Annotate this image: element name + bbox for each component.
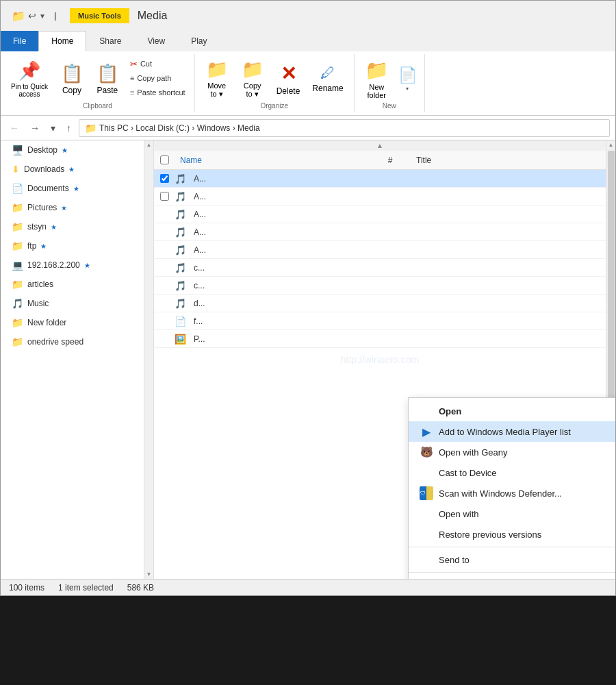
sidebar: 🖥️ Desktop ★ ⬇ Downloads ★ 📄 Documents ★… bbox=[1, 140, 144, 579]
new-folder-button[interactable]: 📁 Newfolder bbox=[360, 57, 394, 101]
paste-shortcut-label: Paste shortcut bbox=[137, 88, 185, 97]
file-name: f... bbox=[191, 316, 606, 326]
undo-icon[interactable]: ↩ bbox=[28, 10, 36, 21]
ctx-open-geany[interactable]: 🐻 Open with Geany bbox=[409, 442, 615, 462]
file-row[interactable]: 🎵 A... bbox=[154, 241, 606, 259]
file-name: A... bbox=[191, 192, 606, 201]
sidebar-item-articles[interactable]: 📁 articles bbox=[1, 275, 144, 294]
ctx-restore-label: Restore previous versions bbox=[439, 530, 615, 540]
ribbon-group-clipboard: 📌 Pin to Quickaccess 📋 Copy 📋 Paste ✂ bbox=[1, 54, 195, 112]
delete-button[interactable]: ✕ Delete bbox=[272, 57, 305, 101]
cut-button[interactable]: ✂ Cut bbox=[127, 57, 189, 71]
downloads-label: Downloads bbox=[24, 164, 64, 174]
rename-button[interactable]: 🖊 Rename bbox=[307, 57, 348, 101]
file-row[interactable]: 🎵 c... bbox=[154, 259, 606, 277]
ctx-add-wmp[interactable]: ▶ Add to Windows Media Player list ↖ bbox=[409, 421, 615, 442]
sidebar-item-documents[interactable]: 📄 Documents ★ bbox=[1, 179, 144, 198]
paste-button[interactable]: 📋 Paste bbox=[91, 57, 124, 101]
pin-to-quick-access-button[interactable]: 📌 Pin to Quickaccess bbox=[6, 57, 53, 101]
paste-shortcut-button[interactable]: ≡ Paste shortcut bbox=[127, 86, 189, 99]
sidebar-item-new-folder[interactable]: 📁 New folder bbox=[1, 313, 144, 332]
file-row[interactable]: 🖼️ P... bbox=[154, 330, 606, 348]
move-to-label: Moveto ▾ bbox=[207, 82, 226, 99]
clipboard-label: Clipboard bbox=[6, 101, 189, 110]
folder-icon: 📁 bbox=[12, 10, 25, 23]
desktop-icon: 🖥️ bbox=[12, 145, 23, 155]
ctx-wmp-icon: ▶ bbox=[420, 425, 433, 438]
select-all-checkbox[interactable] bbox=[154, 155, 175, 164]
pin-icon: 📌 bbox=[18, 60, 40, 82]
onedrive-label: onedrive speed bbox=[27, 337, 84, 347]
sidebar-item-downloads[interactable]: ⬇ Downloads ★ bbox=[1, 160, 144, 179]
ctx-open-with[interactable]: Open with › bbox=[409, 503, 615, 524]
file-row[interactable]: 📄 f... bbox=[154, 312, 606, 330]
new-buttons: 📁 Newfolder 📄 ▾ bbox=[360, 57, 419, 101]
back-button[interactable]: ← bbox=[6, 121, 23, 136]
header-checkbox[interactable] bbox=[160, 155, 169, 164]
forward-button[interactable]: → bbox=[27, 121, 43, 136]
music-tools-label: Music Tools bbox=[70, 8, 129, 23]
sidebar-item-network[interactable]: 💻 192.168.2.200 ★ bbox=[1, 256, 144, 275]
copy-label: Copy bbox=[62, 86, 81, 95]
copy-button[interactable]: 📋 Copy bbox=[55, 57, 88, 101]
file-icon: 🎵 bbox=[175, 262, 191, 273]
ctx-open[interactable]: Open bbox=[409, 401, 615, 421]
copy-to-icon: 📁 bbox=[242, 59, 264, 80]
ctx-restore[interactable]: Restore previous versions bbox=[409, 524, 615, 545]
organize-buttons: 📁 Moveto ▾ 📁 Copyto ▾ ✕ Delete 🖊 Rename bbox=[201, 57, 348, 101]
ctx-send-to[interactable]: Send to › bbox=[409, 549, 615, 570]
scroll-up[interactable]: ▲ bbox=[154, 140, 606, 151]
file-row[interactable]: 🎵 A... bbox=[154, 223, 606, 241]
ctx-open-icon bbox=[420, 404, 433, 418]
ctx-open-with-icon bbox=[420, 507, 433, 521]
file-name: d... bbox=[191, 299, 606, 308]
dropdown-icon[interactable]: ▼ bbox=[39, 12, 46, 20]
tab-view[interactable]: View bbox=[134, 31, 178, 51]
ctx-cut[interactable]: Cut bbox=[409, 575, 615, 579]
pictures-icon: 📁 bbox=[12, 202, 23, 213]
file-row[interactable]: 🎵 A... bbox=[154, 170, 606, 188]
up-button[interactable]: ↑ bbox=[63, 121, 75, 136]
ctx-cast[interactable]: Cast to Device › bbox=[409, 462, 615, 483]
quick-access-toolbar: 📁 ↩ ▼ | bbox=[6, 7, 62, 25]
tab-file[interactable]: File bbox=[1, 31, 38, 51]
pictures-label: Pictures bbox=[27, 203, 57, 212]
file-row[interactable]: 🎵 d... bbox=[154, 295, 606, 312]
new-item-arrow: ▾ bbox=[406, 86, 409, 92]
tab-share[interactable]: Share bbox=[86, 31, 134, 51]
move-to-button[interactable]: 📁 Moveto ▾ bbox=[201, 57, 233, 101]
col-title-header[interactable]: Title bbox=[411, 155, 606, 165]
separator: | bbox=[54, 11, 56, 21]
row-checkbox[interactable] bbox=[160, 192, 169, 201]
ftp-label: ftp bbox=[27, 241, 36, 251]
tab-home[interactable]: Home bbox=[38, 31, 86, 51]
rename-label: Rename bbox=[312, 84, 343, 93]
address-path[interactable]: 📁 This PC › Local Disk (C:) › Windows › … bbox=[79, 119, 610, 137]
copy-path-button[interactable]: ≡ Copy path bbox=[127, 71, 189, 85]
ctx-defender-icon: 🛡 bbox=[420, 486, 433, 500]
copy-to-button[interactable]: 📁 Copyto ▾ bbox=[236, 57, 269, 101]
file-row[interactable]: 🎵 c... bbox=[154, 277, 606, 295]
sidebar-scrollbar[interactable]: ▲ ▼ bbox=[144, 140, 154, 579]
address-bar: ← → ▾ ↑ 📁 This PC › Local Disk (C:) › Wi… bbox=[1, 116, 615, 140]
file-icon: 🎵 bbox=[175, 173, 191, 184]
sidebar-item-onedrive-speed[interactable]: 📁 onedrive speed bbox=[1, 332, 144, 351]
sidebar-item-music[interactable]: 🎵 Music bbox=[1, 294, 144, 313]
row-checkbox[interactable] bbox=[160, 174, 169, 183]
desktop-label: Desktop bbox=[27, 145, 57, 155]
sidebar-item-pictures[interactable]: 📁 Pictures ★ bbox=[1, 198, 144, 217]
ctx-sep-2 bbox=[409, 572, 615, 573]
sidebar-item-stsyn[interactable]: 📁 stsyn ★ bbox=[1, 217, 144, 236]
ctx-defender[interactable]: 🛡 Scan with Windows Defender... bbox=[409, 483, 615, 503]
col-num-header[interactable]: # bbox=[370, 155, 411, 165]
recent-button[interactable]: ▾ bbox=[47, 121, 59, 136]
articles-label: articles bbox=[27, 279, 53, 289]
file-row[interactable]: 🎵 A... bbox=[154, 188, 606, 206]
paste-label: Paste bbox=[97, 86, 118, 95]
col-name-header[interactable]: Name bbox=[175, 155, 370, 165]
tab-play[interactable]: Play bbox=[178, 31, 220, 51]
sidebar-item-ftp[interactable]: 📁 ftp ★ bbox=[1, 236, 144, 256]
new-item-button[interactable]: 📄 ▾ bbox=[396, 57, 419, 101]
sidebar-item-desktop[interactable]: 🖥️ Desktop ★ bbox=[1, 140, 144, 160]
file-row[interactable]: 🎵 A... bbox=[154, 206, 606, 223]
